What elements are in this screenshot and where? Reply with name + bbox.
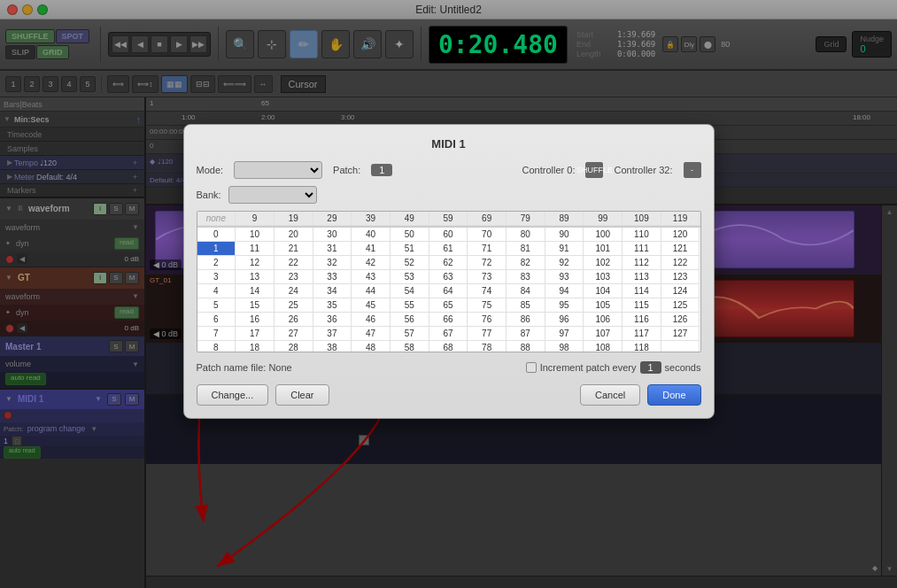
pc-5-0[interactable]: 5 (197, 298, 236, 313)
pc-0-1[interactable]: 10 (236, 228, 275, 242)
pc-5-2[interactable]: 25 (275, 298, 313, 313)
pc-8-3[interactable]: 38 (313, 341, 352, 352)
pc-1-5[interactable]: 51 (391, 242, 429, 256)
pc-8-0[interactable]: 8 (197, 341, 236, 352)
pc-4-0[interactable]: 4 (197, 284, 236, 298)
pc-8-4[interactable]: 48 (352, 341, 391, 352)
pc-6-2[interactable]: 26 (275, 313, 313, 327)
pc-3-12[interactable]: 123 (661, 270, 700, 284)
pc-0-6[interactable]: 60 (429, 228, 468, 242)
pc-0-9[interactable]: 90 (545, 228, 584, 242)
pc-0-4[interactable]: 40 (352, 228, 391, 242)
pc-2-0[interactable]: 2 (197, 256, 236, 270)
pc-6-0[interactable]: 6 (197, 313, 236, 327)
pc-5-3[interactable]: 35 (313, 298, 352, 313)
change-button[interactable]: Change... (197, 384, 269, 406)
pc-2-4[interactable]: 42 (352, 256, 391, 270)
pc-2-8[interactable]: 82 (506, 256, 545, 270)
pc-6-12[interactable]: 126 (661, 313, 700, 327)
pc-0-11[interactable]: 110 (622, 228, 661, 242)
pc-5-1[interactable]: 15 (236, 298, 275, 313)
pc-3-5[interactable]: 53 (391, 270, 429, 284)
mode-select[interactable] (234, 161, 322, 179)
pc-7-11[interactable]: 117 (622, 327, 661, 341)
bank-select[interactable] (228, 186, 317, 204)
pc-6-1[interactable]: 16 (236, 313, 275, 327)
pc-6-8[interactable]: 86 (506, 313, 545, 327)
pc-2-10[interactable]: 102 (584, 256, 622, 270)
pc-4-10[interactable]: 104 (584, 284, 622, 298)
pc-8-5[interactable]: 58 (391, 341, 429, 352)
pc-8-6[interactable]: 68 (429, 341, 468, 352)
pc-6-3[interactable]: 36 (313, 313, 352, 327)
pc-2-6[interactable]: 62 (429, 256, 468, 270)
pc-1-9[interactable]: 91 (545, 242, 584, 256)
pc-4-1[interactable]: 14 (236, 284, 275, 298)
done-button[interactable]: Done (647, 384, 700, 406)
pc-0-2[interactable]: 20 (275, 228, 313, 242)
pc-0-0[interactable]: 0 (197, 228, 236, 242)
pc-3-3[interactable]: 33 (313, 270, 352, 284)
pc-2-3[interactable]: 32 (313, 256, 352, 270)
pc-1-4[interactable]: 41 (352, 242, 391, 256)
pc-7-12[interactable]: 127 (661, 327, 700, 341)
pc-5-7[interactable]: 75 (468, 298, 506, 313)
pc-4-3[interactable]: 34 (313, 284, 352, 298)
pc-7-10[interactable]: 107 (584, 327, 622, 341)
pc-4-9[interactable]: 94 (545, 284, 584, 298)
clear-button[interactable]: Clear (275, 384, 329, 406)
pc-5-9[interactable]: 95 (545, 298, 584, 313)
pc-1-3[interactable]: 31 (313, 242, 352, 256)
pc-6-4[interactable]: 46 (352, 313, 391, 327)
pc-5-8[interactable]: 85 (506, 298, 545, 313)
pc-3-11[interactable]: 113 (622, 270, 661, 284)
pc-1-1[interactable]: 11 (236, 242, 275, 256)
pc-3-2[interactable]: 23 (275, 270, 313, 284)
pc-1-7[interactable]: 71 (468, 242, 506, 256)
pc-4-2[interactable]: 24 (275, 284, 313, 298)
pc-7-6[interactable]: 67 (429, 327, 468, 341)
pc-2-5[interactable]: 52 (391, 256, 429, 270)
pc-4-8[interactable]: 84 (506, 284, 545, 298)
pc-1-12[interactable]: 121 (661, 242, 700, 256)
increment-checkbox[interactable] (526, 362, 537, 373)
pc-5-12[interactable]: 125 (661, 298, 700, 313)
pc-2-2[interactable]: 22 (275, 256, 313, 270)
pc-7-1[interactable]: 17 (236, 327, 275, 341)
pc-3-4[interactable]: 43 (352, 270, 391, 284)
pc-1-11[interactable]: 111 (622, 242, 661, 256)
pc-1-10[interactable]: 101 (584, 242, 622, 256)
pc-5-5[interactable]: 55 (391, 298, 429, 313)
pc-3-1[interactable]: 13 (236, 270, 275, 284)
pc-7-8[interactable]: 87 (506, 327, 545, 341)
pc-5-10[interactable]: 105 (584, 298, 622, 313)
pc-5-6[interactable]: 65 (429, 298, 468, 313)
pc-3-0[interactable]: 3 (197, 270, 236, 284)
pc-4-12[interactable]: 124 (661, 284, 700, 298)
pc-1-2[interactable]: 21 (275, 242, 313, 256)
pc-6-10[interactable]: 106 (584, 313, 622, 327)
pc-2-9[interactable]: 92 (545, 256, 584, 270)
pc-5-11[interactable]: 115 (622, 298, 661, 313)
pc-2-7[interactable]: 72 (468, 256, 506, 270)
pc-4-11[interactable]: 114 (622, 284, 661, 298)
pc-3-6[interactable]: 63 (429, 270, 468, 284)
pc-5-4[interactable]: 45 (352, 298, 391, 313)
pc-0-3[interactable]: 30 (313, 228, 352, 242)
pc-3-9[interactable]: 93 (545, 270, 584, 284)
pc-8-11[interactable]: 118 (622, 341, 661, 352)
pc-7-7[interactable]: 77 (468, 327, 506, 341)
pc-0-8[interactable]: 80 (506, 228, 545, 242)
pc-8-7[interactable]: 78 (468, 341, 506, 352)
pc-6-9[interactable]: 96 (545, 313, 584, 327)
pc-2-11[interactable]: 112 (622, 256, 661, 270)
pc-8-8[interactable]: 88 (506, 341, 545, 352)
pc-0-5[interactable]: 50 (391, 228, 429, 242)
pc-0-12[interactable]: 120 (661, 228, 700, 242)
pc-0-10[interactable]: 100 (584, 228, 622, 242)
pc-7-3[interactable]: 37 (313, 327, 352, 341)
pc-2-1[interactable]: 12 (236, 256, 275, 270)
pc-6-7[interactable]: 76 (468, 313, 506, 327)
pc-7-2[interactable]: 27 (275, 327, 313, 341)
pc-4-4[interactable]: 44 (352, 284, 391, 298)
